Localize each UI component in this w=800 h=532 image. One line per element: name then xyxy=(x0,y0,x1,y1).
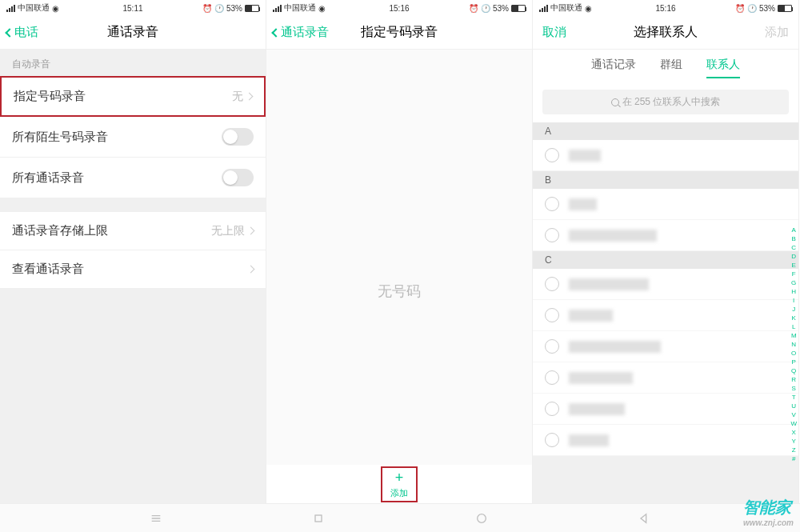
status-time: 15:11 xyxy=(122,4,142,13)
alpha-index-letter[interactable]: D xyxy=(790,253,797,260)
wifi-icon: ◉ xyxy=(318,4,326,13)
contact-row[interactable] xyxy=(533,394,798,425)
alpha-index-letter[interactable]: C xyxy=(790,244,797,251)
radio-button[interactable] xyxy=(545,402,559,416)
nav-bar: 通话录音 指定号码录音 xyxy=(266,16,532,50)
contact-row[interactable] xyxy=(533,189,798,220)
item-unknown-numbers[interactable]: 所有陌生号码录音 xyxy=(0,117,266,158)
alpha-index-letter[interactable]: # xyxy=(790,455,797,462)
contact-row[interactable] xyxy=(533,269,798,300)
signal-icon xyxy=(539,5,548,12)
alpha-index-letter[interactable]: K xyxy=(790,314,797,322)
alpha-index-letter[interactable]: E xyxy=(790,262,797,269)
screen-specific-number: 中国联通 ◉ 15:16 ⏰ 🕐 53% 通话录音 指定号码录音 无号码 + 添… xyxy=(266,0,533,532)
alpha-index-letter[interactable]: Z xyxy=(790,446,797,454)
alpha-index-letter[interactable]: B xyxy=(790,235,797,242)
cancel-button[interactable]: 取消 xyxy=(542,25,566,40)
nav-menu-icon[interactable] xyxy=(150,512,162,525)
carrier-label: 中国联通 xyxy=(550,2,582,14)
radio-button[interactable] xyxy=(545,339,559,354)
chevron-right-icon xyxy=(246,93,254,101)
alpha-index-letter[interactable]: O xyxy=(790,350,797,357)
nav-recent-icon[interactable] xyxy=(312,512,325,525)
alpha-index-letter[interactable]: A xyxy=(790,226,797,234)
radio-button[interactable] xyxy=(545,433,559,447)
add-action[interactable]: 添加 xyxy=(765,25,789,40)
alpha-index-letter[interactable]: P xyxy=(790,358,797,366)
back-button[interactable]: 电话 xyxy=(6,25,38,40)
carrier-label: 中国联通 xyxy=(18,2,50,14)
contact-name-blurred xyxy=(569,434,609,446)
nav-bar: 取消 选择联系人 添加 xyxy=(533,16,798,50)
toggle-all[interactable] xyxy=(222,169,254,186)
contact-row[interactable] xyxy=(533,140,798,171)
alpha-index-letter[interactable]: S xyxy=(790,385,797,392)
alpha-index-letter[interactable]: V xyxy=(790,411,797,418)
radio-button[interactable] xyxy=(545,277,559,291)
contact-row[interactable] xyxy=(533,331,798,362)
add-button[interactable]: + 添加 xyxy=(381,466,418,502)
contact-row[interactable] xyxy=(533,300,798,331)
item-view-recordings[interactable]: 查看通话录音 xyxy=(0,250,266,288)
alpha-index-letter[interactable]: U xyxy=(790,402,797,410)
item-specific-number[interactable]: 指定号码录音 无 xyxy=(0,76,266,117)
item-all-calls[interactable]: 所有通话录音 xyxy=(0,158,266,198)
battery-icon xyxy=(245,5,259,12)
contact-row[interactable] xyxy=(533,220,798,251)
item-value: 无上限 xyxy=(211,224,245,238)
status-bar: 中国联通 ◉ 15:16 ⏰ 🕐 53% xyxy=(533,0,798,16)
contact-name-blurred xyxy=(569,150,601,162)
status-bar: 中国联通 ◉ 15:11 ⏰ 🕐 53% xyxy=(0,0,266,16)
battery-icon xyxy=(778,5,792,12)
nav-home-icon[interactable] xyxy=(475,512,488,525)
alpha-index-letter[interactable]: R xyxy=(790,376,797,383)
status-bar: 中国联通 ◉ 15:16 ⏰ 🕐 53% xyxy=(266,0,532,16)
alpha-section-c: C xyxy=(533,251,798,269)
alpha-index-letter[interactable]: X xyxy=(790,429,797,436)
tab-contacts[interactable]: 联系人 xyxy=(706,58,740,78)
watermark: 智能家 www.znj.com xyxy=(743,497,794,527)
battery-percent: 53% xyxy=(759,4,775,13)
alpha-index-letter[interactable]: W xyxy=(790,420,797,427)
clock-icon: 🕐 xyxy=(481,4,490,13)
alpha-index-letter[interactable]: T xyxy=(790,394,797,401)
alpha-index-letter[interactable]: H xyxy=(790,288,797,295)
back-button[interactable]: 通话录音 xyxy=(273,25,329,40)
alpha-index-letter[interactable]: Q xyxy=(790,367,797,374)
search-icon xyxy=(611,98,619,106)
back-label: 电话 xyxy=(14,25,38,40)
alpha-index-letter[interactable]: F xyxy=(790,270,797,278)
item-storage-limit[interactable]: 通话录音存储上限 无上限 xyxy=(0,212,266,250)
radio-button[interactable] xyxy=(545,197,559,211)
radio-button[interactable] xyxy=(545,228,559,242)
alpha-index-letter[interactable]: I xyxy=(790,297,797,304)
alarm-icon: ⏰ xyxy=(735,4,745,13)
item-value: 无 xyxy=(232,90,243,104)
contact-row[interactable] xyxy=(533,425,798,456)
alpha-index-letter[interactable]: Y xyxy=(790,438,797,445)
contact-row[interactable] xyxy=(533,362,798,394)
radio-button[interactable] xyxy=(545,308,559,322)
nav-back-icon[interactable] xyxy=(638,512,650,525)
tab-bar: 通话记录 群组 联系人 xyxy=(533,50,798,85)
radio-button[interactable] xyxy=(545,148,559,162)
tab-call-log[interactable]: 通话记录 xyxy=(591,58,636,78)
tab-groups[interactable]: 群组 xyxy=(660,58,682,78)
alpha-index-letter[interactable]: N xyxy=(790,341,797,348)
section-header-auto: 自动录音 xyxy=(0,50,266,76)
alpha-section-a: A xyxy=(533,122,798,140)
search-placeholder: 在 255 位联系人中搜索 xyxy=(622,95,721,109)
alpha-index-letter[interactable]: L xyxy=(790,323,797,330)
page-title: 选择联系人 xyxy=(634,24,698,41)
toggle-unknown[interactable] xyxy=(222,128,254,146)
alpha-index-letter[interactable]: J xyxy=(790,306,797,313)
battery-percent: 53% xyxy=(226,4,242,13)
search-input[interactable]: 在 255 位联系人中搜索 xyxy=(542,90,789,114)
alpha-index-letter[interactable]: M xyxy=(790,332,797,339)
item-label: 所有通话录音 xyxy=(12,170,84,186)
back-label: 通话录音 xyxy=(281,25,329,40)
chevron-right-icon xyxy=(247,266,255,274)
alpha-index-letter[interactable]: G xyxy=(790,279,797,286)
contact-name-blurred xyxy=(569,198,597,210)
radio-button[interactable] xyxy=(545,370,559,385)
